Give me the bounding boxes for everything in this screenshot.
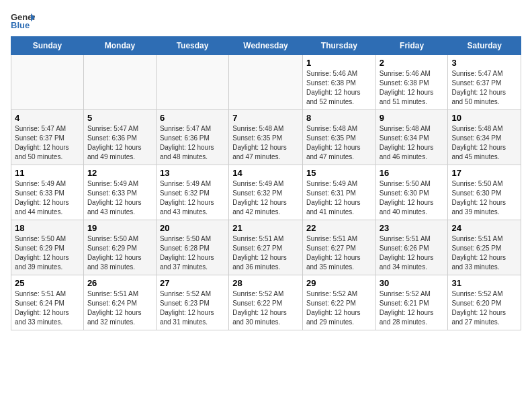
- day-info: Sunrise: 5:51 AM Sunset: 6:27 PM Dayligh…: [306, 234, 372, 272]
- day-number: 25: [15, 278, 80, 288]
- calendar-header: SundayMondayTuesdayWednesdayThursdayFrid…: [11, 37, 521, 55]
- calendar-cell: 23Sunrise: 5:51 AM Sunset: 6:26 PM Dayli…: [375, 220, 448, 275]
- day-info: Sunrise: 5:52 AM Sunset: 6:23 PM Dayligh…: [160, 289, 225, 327]
- day-info: Sunrise: 5:52 AM Sunset: 6:22 PM Dayligh…: [232, 289, 299, 327]
- calendar-cell: [11, 55, 84, 110]
- day-info: Sunrise: 5:52 AM Sunset: 6:22 PM Dayligh…: [306, 289, 372, 327]
- day-info: Sunrise: 5:51 AM Sunset: 6:25 PM Dayligh…: [451, 234, 517, 272]
- day-number: 15: [306, 168, 372, 178]
- calendar-cell: [156, 55, 228, 110]
- calendar-cell: 31Sunrise: 5:52 AM Sunset: 6:20 PM Dayli…: [448, 275, 521, 330]
- calendar-cell: [83, 55, 156, 110]
- day-number: 6: [160, 113, 225, 123]
- day-number: 5: [87, 113, 152, 123]
- calendar-cell: 15Sunrise: 5:49 AM Sunset: 6:31 PM Dayli…: [302, 165, 375, 220]
- calendar-cell: 3Sunrise: 5:47 AM Sunset: 6:37 PM Daylig…: [448, 55, 521, 110]
- weekday-header-wednesday: Wednesday: [229, 37, 303, 55]
- calendar-cell: 12Sunrise: 5:49 AM Sunset: 6:33 PM Dayli…: [83, 165, 156, 220]
- calendar-week-4: 18Sunrise: 5:50 AM Sunset: 6:29 PM Dayli…: [11, 220, 521, 275]
- day-info: Sunrise: 5:46 AM Sunset: 6:38 PM Dayligh…: [380, 69, 445, 107]
- calendar-cell: 19Sunrise: 5:50 AM Sunset: 6:29 PM Dayli…: [83, 220, 156, 275]
- day-number: 14: [232, 168, 299, 178]
- calendar-week-1: 1Sunrise: 5:46 AM Sunset: 6:38 PM Daylig…: [11, 55, 521, 110]
- day-number: 19: [87, 223, 152, 233]
- calendar-cell: 29Sunrise: 5:52 AM Sunset: 6:22 PM Dayli…: [302, 275, 375, 330]
- calendar-cell: 21Sunrise: 5:51 AM Sunset: 6:27 PM Dayli…: [229, 220, 303, 275]
- day-info: Sunrise: 5:51 AM Sunset: 6:26 PM Dayligh…: [380, 234, 445, 272]
- day-info: Sunrise: 5:50 AM Sunset: 6:29 PM Dayligh…: [15, 234, 80, 272]
- day-number: 21: [232, 223, 299, 233]
- calendar-cell: 20Sunrise: 5:50 AM Sunset: 6:28 PM Dayli…: [156, 220, 228, 275]
- weekday-header-friday: Friday: [375, 37, 448, 55]
- day-number: 4: [15, 113, 80, 123]
- calendar-cell: 9Sunrise: 5:48 AM Sunset: 6:34 PM Daylig…: [375, 110, 448, 165]
- day-number: 28: [232, 278, 299, 288]
- day-number: 7: [232, 113, 299, 123]
- calendar-cell: 6Sunrise: 5:47 AM Sunset: 6:36 PM Daylig…: [156, 110, 228, 165]
- day-info: Sunrise: 5:49 AM Sunset: 6:32 PM Dayligh…: [232, 179, 299, 217]
- calendar-cell: 18Sunrise: 5:50 AM Sunset: 6:29 PM Dayli…: [11, 220, 84, 275]
- day-info: Sunrise: 5:51 AM Sunset: 6:24 PM Dayligh…: [87, 289, 152, 327]
- day-info: Sunrise: 5:48 AM Sunset: 6:35 PM Dayligh…: [232, 124, 299, 162]
- calendar-cell: 22Sunrise: 5:51 AM Sunset: 6:27 PM Dayli…: [302, 220, 375, 275]
- day-number: 12: [87, 168, 152, 178]
- svg-text:Blue: Blue: [11, 20, 30, 30]
- calendar-cell: [229, 55, 303, 110]
- calendar-cell: 14Sunrise: 5:49 AM Sunset: 6:32 PM Dayli…: [229, 165, 303, 220]
- calendar-cell: 16Sunrise: 5:50 AM Sunset: 6:30 PM Dayli…: [375, 165, 448, 220]
- day-info: Sunrise: 5:52 AM Sunset: 6:20 PM Dayligh…: [451, 289, 517, 327]
- day-number: 20: [160, 223, 225, 233]
- weekday-header-sunday: Sunday: [11, 37, 84, 55]
- day-number: 31: [451, 278, 517, 288]
- day-number: 16: [380, 168, 445, 178]
- day-info: Sunrise: 5:51 AM Sunset: 6:24 PM Dayligh…: [15, 289, 80, 327]
- day-number: 13: [160, 168, 225, 178]
- calendar-cell: 4Sunrise: 5:47 AM Sunset: 6:37 PM Daylig…: [11, 110, 84, 165]
- weekday-header-monday: Monday: [83, 37, 156, 55]
- calendar-cell: 7Sunrise: 5:48 AM Sunset: 6:35 PM Daylig…: [229, 110, 303, 165]
- calendar-cell: 27Sunrise: 5:52 AM Sunset: 6:23 PM Dayli…: [156, 275, 228, 330]
- weekday-header-saturday: Saturday: [448, 37, 521, 55]
- weekday-header-tuesday: Tuesday: [156, 37, 228, 55]
- day-info: Sunrise: 5:49 AM Sunset: 6:33 PM Dayligh…: [15, 179, 80, 217]
- calendar-body: 1Sunrise: 5:46 AM Sunset: 6:38 PM Daylig…: [11, 55, 521, 330]
- logo: General Blue: [11, 11, 38, 30]
- day-info: Sunrise: 5:48 AM Sunset: 6:35 PM Dayligh…: [306, 124, 372, 162]
- day-number: 9: [380, 113, 445, 123]
- calendar-cell: 5Sunrise: 5:47 AM Sunset: 6:36 PM Daylig…: [83, 110, 156, 165]
- page-header: General Blue: [11, 11, 521, 30]
- weekday-header-row: SundayMondayTuesdayWednesdayThursdayFrid…: [11, 37, 521, 55]
- day-info: Sunrise: 5:50 AM Sunset: 6:28 PM Dayligh…: [160, 234, 225, 272]
- calendar-cell: 2Sunrise: 5:46 AM Sunset: 6:38 PM Daylig…: [375, 55, 448, 110]
- calendar-cell: 26Sunrise: 5:51 AM Sunset: 6:24 PM Dayli…: [83, 275, 156, 330]
- day-number: 17: [451, 168, 517, 178]
- day-info: Sunrise: 5:48 AM Sunset: 6:34 PM Dayligh…: [380, 124, 445, 162]
- day-number: 24: [451, 223, 517, 233]
- day-number: 18: [15, 223, 80, 233]
- day-info: Sunrise: 5:50 AM Sunset: 6:29 PM Dayligh…: [87, 234, 152, 272]
- day-info: Sunrise: 5:50 AM Sunset: 6:30 PM Dayligh…: [380, 179, 445, 217]
- day-info: Sunrise: 5:49 AM Sunset: 6:33 PM Dayligh…: [87, 179, 152, 217]
- day-number: 23: [380, 223, 445, 233]
- day-info: Sunrise: 5:51 AM Sunset: 6:27 PM Dayligh…: [232, 234, 299, 272]
- day-number: 10: [451, 113, 517, 123]
- day-info: Sunrise: 5:49 AM Sunset: 6:31 PM Dayligh…: [306, 179, 372, 217]
- day-info: Sunrise: 5:47 AM Sunset: 6:36 PM Dayligh…: [160, 124, 225, 162]
- day-info: Sunrise: 5:47 AM Sunset: 6:37 PM Dayligh…: [451, 69, 517, 107]
- calendar-cell: 13Sunrise: 5:49 AM Sunset: 6:32 PM Dayli…: [156, 165, 228, 220]
- day-number: 22: [306, 223, 372, 233]
- day-info: Sunrise: 5:50 AM Sunset: 6:30 PM Dayligh…: [451, 179, 517, 217]
- calendar-cell: 25Sunrise: 5:51 AM Sunset: 6:24 PM Dayli…: [11, 275, 84, 330]
- day-number: 11: [15, 168, 80, 178]
- day-info: Sunrise: 5:47 AM Sunset: 6:36 PM Dayligh…: [87, 124, 152, 162]
- calendar-cell: 24Sunrise: 5:51 AM Sunset: 6:25 PM Dayli…: [448, 220, 521, 275]
- weekday-header-thursday: Thursday: [302, 37, 375, 55]
- calendar-week-3: 11Sunrise: 5:49 AM Sunset: 6:33 PM Dayli…: [11, 165, 521, 220]
- day-info: Sunrise: 5:49 AM Sunset: 6:32 PM Dayligh…: [160, 179, 225, 217]
- calendar-table: SundayMondayTuesdayWednesdayThursdayFrid…: [11, 36, 521, 330]
- day-info: Sunrise: 5:48 AM Sunset: 6:34 PM Dayligh…: [451, 124, 517, 162]
- calendar-cell: 28Sunrise: 5:52 AM Sunset: 6:22 PM Dayli…: [229, 275, 303, 330]
- day-number: 27: [160, 278, 225, 288]
- calendar-cell: 1Sunrise: 5:46 AM Sunset: 6:38 PM Daylig…: [302, 55, 375, 110]
- calendar-week-2: 4Sunrise: 5:47 AM Sunset: 6:37 PM Daylig…: [11, 110, 521, 165]
